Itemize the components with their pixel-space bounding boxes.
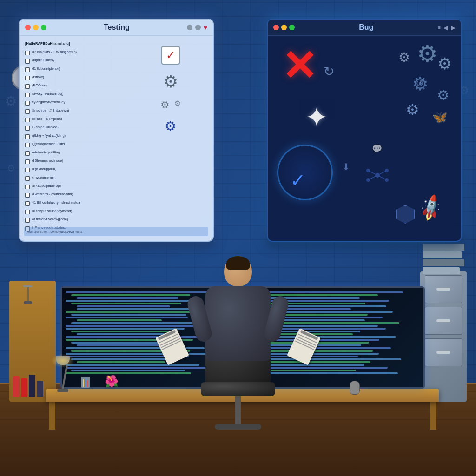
- bug-icon-group: 🦋: [432, 110, 447, 125]
- code-line: [77, 333, 170, 335]
- code-line: [71, 322, 204, 324]
- checkbox[interactable]: [25, 210, 30, 214]
- code-line: [261, 370, 356, 371]
- bug-maximize-button[interactable]: [289, 25, 295, 30]
- drawer-1: [425, 275, 462, 303]
- checkbox[interactable]: [25, 93, 30, 97]
- panel-control-1: [187, 25, 192, 30]
- checkbox[interactable]: [25, 59, 30, 64]
- pencil-cup: [81, 377, 90, 388]
- checklist-item: du(kutliumicny: [25, 58, 128, 64]
- checklist-item: biFuss - a(emplem): [25, 117, 128, 122]
- settings-icon: ⚙: [163, 72, 178, 91]
- checklist-header: [HatbrRAPBDuHnamelanu]: [25, 41, 128, 46]
- person-hair: [226, 256, 250, 270]
- code-line: [66, 300, 201, 302]
- bug-close-button[interactable]: [273, 25, 279, 30]
- code-line: [71, 314, 186, 316]
- testing-panel-right: ✓ ⚙ ⚙ ⚙ ⚙: [134, 41, 207, 232]
- checkbox[interactable]: [25, 126, 30, 131]
- checklist-text: ul tidoput stludophymend): [32, 209, 72, 213]
- rocket-icon: 🚀: [416, 193, 447, 224]
- checklist-item: tly-cbjpmotiveschalay: [25, 100, 128, 106]
- checkbox[interactable]: [25, 118, 30, 122]
- checklist-item: G.shrge ulllioteq): [25, 125, 128, 131]
- checkbox[interactable]: [25, 159, 30, 164]
- checkbox[interactable]: [25, 193, 30, 198]
- minimize-button[interactable]: [33, 25, 39, 30]
- checklist-item: o-tutorning-slitting: [25, 150, 128, 156]
- chat-icon: 💬: [372, 144, 382, 154]
- error-x-icon: ✕: [282, 45, 317, 87]
- checklist-text: at flthler-it vollowjporra): [32, 217, 68, 222]
- checklist-item: 41 flithcurlnlatory - slruxinnstua: [25, 200, 128, 206]
- testing-panel-title: Testing: [50, 23, 183, 32]
- checklist-item: r(lLhg→flynt att(khng): [25, 133, 128, 139]
- checklist-item: cl wuenmernur,: [25, 175, 128, 181]
- side-table-left: [9, 281, 56, 402]
- gear-blue-icon: ⚙: [165, 119, 176, 134]
- checkbox[interactable]: [25, 143, 30, 147]
- svg-line-6: [377, 171, 387, 175]
- code-line: [77, 308, 204, 310]
- bug-panel-right-controls: ≡ ◀ ▶: [438, 24, 456, 31]
- checkbox[interactable]: [25, 176, 30, 181]
- close-button[interactable]: [25, 25, 31, 30]
- checkbox[interactable]: [25, 76, 30, 80]
- chair-pole: [235, 396, 241, 424]
- checklist-text: d1-tblbuitnipionpr): [32, 66, 60, 71]
- cursor-icon: ↻: [324, 64, 334, 79]
- person-head: [224, 256, 252, 286]
- code-line: [256, 294, 378, 296]
- nav-forward-icon[interactable]: ▶: [451, 24, 456, 31]
- drawer-3: [425, 338, 462, 366]
- checklist-text: al <sdsorjmblerop): [32, 184, 61, 188]
- checkmark-icon: ✓: [166, 49, 175, 62]
- code-line: [77, 319, 162, 321]
- svg-line-7: [368, 175, 377, 180]
- plant-desk: 🌺: [105, 375, 119, 388]
- checkbox[interactable]: [25, 84, 30, 89]
- code-line: [250, 300, 389, 302]
- checkbox[interactable]: [25, 67, 30, 72]
- code-line: [77, 297, 178, 299]
- checklist-column: [HatbrRAPBDuHnamelanu] u7 cla(dlots - + …: [25, 41, 128, 232]
- checkbox[interactable]: [25, 101, 30, 106]
- status-text: Run test suite... completed 14/23 tests: [27, 230, 82, 232]
- nav-back-icon[interactable]: ◀: [443, 24, 448, 31]
- checkbox[interactable]: [25, 168, 30, 172]
- panel-control-2: [195, 25, 201, 30]
- checklist-text: du(kutliumicny: [32, 58, 54, 63]
- bug-gear-4: ⚙: [437, 87, 450, 103]
- code-line: [66, 367, 210, 369]
- checkbox[interactable]: [25, 134, 30, 139]
- hex-shape: [396, 205, 415, 224]
- butterfly-icon: 🦋: [432, 110, 447, 125]
- code-line: [71, 370, 185, 371]
- computer-mouse: [350, 381, 360, 395]
- checkbox[interactable]: [25, 51, 30, 55]
- maximize-button[interactable]: [41, 25, 46, 30]
- code-line: [77, 305, 170, 307]
- code-line: [66, 325, 210, 327]
- checkbox[interactable]: [25, 185, 30, 189]
- checkbox[interactable]: [25, 201, 30, 206]
- drawer-2: [425, 307, 462, 335]
- checklist-text: r(lLhg→flynt att(khng): [32, 133, 66, 138]
- heart-icon: ♥: [204, 24, 207, 31]
- desk-leg-right: [430, 402, 436, 430]
- bug-panel-titlebar: Bug ≡ ◀ ▶: [268, 20, 461, 36]
- molecule-icon: [364, 161, 391, 191]
- testing-panel-titlebar: Testing ♥: [20, 20, 213, 36]
- checklist-text: cl wuenmernur,: [32, 175, 56, 180]
- code-line: [77, 361, 165, 363]
- checklist-text: d wenrens - chuticufo(vml): [32, 192, 73, 197]
- checkbox[interactable]: [25, 218, 30, 223]
- checklist-item: M+Gty: warlranllbc(): [25, 92, 128, 97]
- panel-right-controls: ♥: [187, 24, 207, 31]
- status-bar: Run test suite... completed 14/23 tests: [25, 227, 128, 232]
- lamp-base: [57, 389, 68, 392]
- checkbox[interactable]: [25, 151, 30, 156]
- checkbox[interactable]: [25, 109, 30, 114]
- bug-minimize-button[interactable]: [281, 25, 287, 30]
